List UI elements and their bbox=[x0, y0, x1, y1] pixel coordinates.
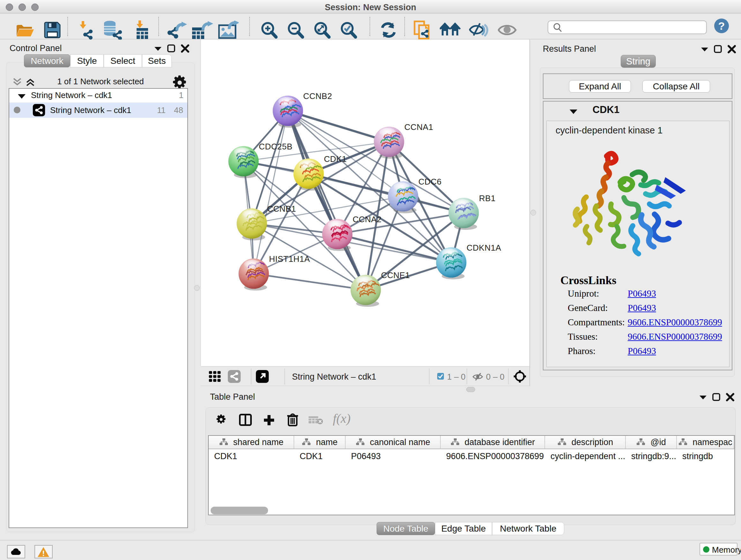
svg-text:CDK1: CDK1 bbox=[324, 154, 347, 164]
svg-text:CCNA2: CCNA2 bbox=[353, 214, 382, 224]
svg-text:HIST1H1A: HIST1H1A bbox=[269, 254, 310, 264]
svg-text:CCNB1: CCNB1 bbox=[267, 204, 296, 213]
svg-text:CCNB2: CCNB2 bbox=[303, 91, 332, 101]
svg-text:CCNE1: CCNE1 bbox=[381, 270, 410, 280]
svg-text:CDKN1A: CDKN1A bbox=[467, 243, 501, 253]
svg-text:CCNA1: CCNA1 bbox=[404, 122, 433, 132]
svg-text:CDC6: CDC6 bbox=[418, 177, 442, 186]
svg-text:RB1: RB1 bbox=[479, 193, 495, 203]
svg-text:CDC25B: CDC25B bbox=[259, 142, 293, 151]
